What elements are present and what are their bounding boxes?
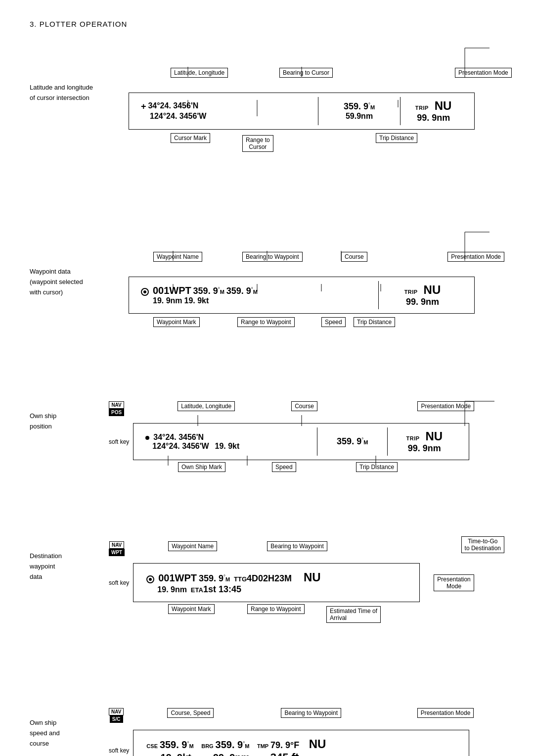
section2-range-wpt-ann: Range to Waypoint [237, 317, 295, 327]
section4-wpt-badge: WPT [109, 549, 125, 556]
section2-trip-label: TRIP [404, 289, 418, 295]
circle-mark [141, 288, 149, 296]
section3-course: 359. 9 [337, 436, 361, 446]
section3-lat-lon-ann: Latitude, Longitude [178, 401, 235, 411]
dot-mark [145, 436, 149, 440]
section4-left-label: Destination waypoint data [30, 551, 62, 582]
section1-lon: 124°24. 3456'W [150, 112, 206, 120]
section3-own-ship-ann: Own Ship Mark [178, 462, 225, 472]
section4-range-wpt-ann: Range to Waypoint [247, 604, 305, 614]
section4-nav-badge: NAV [109, 541, 124, 549]
section2-bearing-ann: Bearing to Waypoint [242, 252, 303, 262]
plus-mark: + [141, 101, 146, 111]
section1-cursor-mark-ann: Cursor Mark [171, 133, 210, 143]
section5-nav-badge: NAV [109, 708, 124, 715]
section2-speed-ann: Speed [321, 317, 346, 327]
section-header: 3. PLOTTER OPERATION [30, 20, 504, 28]
section3-soft-key-label: soft key [109, 438, 129, 445]
section3-pos-badge: POS [109, 409, 124, 416]
section4-eta-ann: Estimated Time of Arrival [326, 606, 381, 623]
section2-trip-val: 99. 9nm [406, 297, 439, 307]
section1-left-label: Latitude and longitude of cursor interse… [30, 83, 93, 103]
section4-wpt-mark-ann: Waypoint Mark [168, 604, 215, 614]
section1-trip-distance-ann: Trip Distance [376, 133, 417, 143]
section1-bearing-unit: M [370, 104, 375, 110]
section5-presentation-ann: Presentation Mode [417, 708, 474, 718]
section3-speed-ann: Speed [272, 462, 296, 472]
section1-bearing-ann: Bearing to Cursor [279, 68, 333, 78]
page: 3. PLOTTER OPERATION Latitude and longit… [0, 0, 534, 756]
section3-trip-dist-ann: Trip Distance [356, 462, 398, 472]
section2-nu: NU [424, 283, 441, 296]
section2-wpt-name-ann: Waypoint Name [153, 252, 202, 262]
section3-lat: 34°24. 3456'N [153, 433, 204, 441]
section1-range-cursor-ann: Range to Cursor [242, 135, 273, 152]
section3-presentation-ann: Presentation Mode [417, 401, 474, 411]
section2-range: 19. 9nm [153, 296, 182, 305]
section4-wpt-name-ann: Waypoint Name [168, 541, 217, 551]
section4-bearing-ann: Bearing to Waypoint [267, 541, 327, 551]
section4-display: 001WPT 359. 9°M TTG4D02H23M NU 19. 9nm E… [133, 563, 420, 602]
section3-trip-val: 99. 9nm [408, 443, 441, 453]
section3-trip-label: TRIP [406, 435, 420, 441]
section3-course-ann: Course [291, 401, 317, 411]
section2-left-label: Waypoint data (waypoint selected with cu… [30, 267, 83, 297]
section1-lat-lon-ann: Latitude, Longitude [171, 68, 228, 78]
section1-display: + 34°24. 3456'N 124°24. 3456'W 359. 9°M … [129, 93, 475, 130]
section1-nu: NU [435, 99, 452, 112]
section2-wpt: 001WPT [153, 285, 191, 296]
section5-left-label: Own ship speed and course [30, 718, 60, 749]
section5-soft-key-label: soft key [109, 747, 129, 754]
section5-nu: NU [309, 737, 326, 751]
circle-mark-2 [146, 575, 154, 583]
section1-lat: 34°24. 3456'N [148, 101, 198, 110]
section2-wpt-mark-ann: Waypoint Mark [153, 317, 200, 327]
section3-display: 34°24. 3456'N 124°24. 3456'W 19. 9kt 359… [133, 423, 469, 460]
section4-wpt: 001WPT [158, 572, 197, 583]
section5-bearing-ann: Bearing to Waypoint [281, 708, 341, 718]
section2-presentation-ann: Presentation Mode [447, 252, 504, 262]
section3-left-label: Own ship position [30, 411, 56, 432]
section3-nu: NU [425, 429, 443, 443]
section1-trip-label: TRIP [415, 105, 429, 111]
section3-speed: 19. 9kt [215, 442, 240, 450]
section1-bearing-val: 359. 9 [344, 101, 368, 111]
section5-display: CSE 359. 9°M BRG 359. 9°M TMP 79. 9°F NU… [133, 730, 469, 756]
section4-nu: NU [304, 570, 321, 584]
section4-presentation-ann: Presentation Mode [434, 574, 474, 591]
section2-trip-dist-ann: Trip Distance [354, 317, 395, 327]
section2-display: 001WPT 359. 9°M 359. 9°M 19. 9nm 19. 9kt… [129, 277, 475, 314]
section4-soft-key-label: soft key [109, 579, 129, 586]
section2-bearing: 359. 9 [193, 286, 218, 296]
section5-sc-badge: S/C [110, 715, 123, 723]
section3-lon: 124°24. 3456'W [152, 442, 209, 450]
section1-presentation-ann: Presentation Mode [455, 68, 504, 78]
section5-course-speed-ann: Course, Speed [167, 708, 214, 718]
section1-range: 59.9nm [346, 112, 373, 120]
section1-trip-val: 99. 9nm [417, 113, 450, 123]
section2-course-ann: Course [341, 252, 367, 262]
section3-nav-badge: NAV [109, 401, 124, 409]
